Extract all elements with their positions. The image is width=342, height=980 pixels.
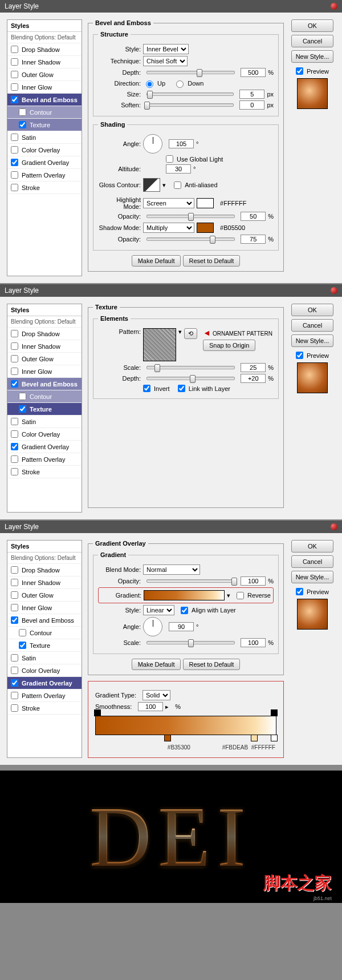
gradient-editor: Gradient Type: Solid Smoothness: ▸ % #B3…	[88, 681, 284, 758]
ok-button[interactable]: OK	[291, 19, 333, 32]
dir-down-radio[interactable]	[176, 80, 184, 88]
cancel-button[interactable]: Cancel	[291, 35, 333, 47]
size-slider[interactable]	[146, 92, 234, 96]
preview-check[interactable]	[296, 67, 303, 75]
blend-mode-select[interactable]: Normal	[143, 564, 200, 575]
style-satin[interactable]: Satin	[7, 131, 82, 144]
gloss-contour[interactable]	[143, 178, 160, 192]
close-icon[interactable]	[331, 523, 337, 530]
arrow-icon: ◄	[203, 328, 211, 337]
dropdown-icon[interactable]: ▾	[162, 182, 166, 189]
tex-scale-slider[interactable]	[146, 366, 235, 369]
gradient-preview[interactable]	[144, 590, 225, 600]
shadow-mode-select[interactable]: Multiply	[143, 223, 194, 233]
tex-depth-slider[interactable]	[146, 377, 235, 380]
link-layer-check[interactable]	[178, 385, 185, 392]
styles-panel: Styles Blending Options: Default Drop Sh…	[7, 19, 82, 276]
invert-check[interactable]	[143, 385, 150, 392]
style-outer-glow[interactable]: Outer Glow	[7, 68, 82, 81]
color-stop[interactable]	[271, 735, 278, 741]
grad-opacity-input[interactable]	[241, 576, 266, 586]
color-stop[interactable]	[251, 735, 258, 741]
grad-scale-input[interactable]	[241, 638, 266, 647]
reset-default-button[interactable]: Reset to Default	[183, 659, 241, 670]
tex-depth-input[interactable]	[241, 374, 266, 383]
style-texture[interactable]: Texture	[7, 119, 82, 131]
global-light-check[interactable]	[166, 155, 173, 163]
hi-opacity-slider[interactable]	[146, 215, 235, 218]
dropdown-icon[interactable]: ▾	[178, 328, 182, 336]
reverse-check[interactable]	[237, 592, 244, 599]
preview-swatch	[297, 362, 328, 393]
altitude-input[interactable]	[166, 164, 191, 174]
highlight-color[interactable]	[197, 198, 214, 208]
ok-button[interactable]: OK	[291, 540, 333, 552]
smoothness-input[interactable]	[138, 702, 163, 711]
style-stroke[interactable]: Stroke	[7, 182, 82, 194]
soften-input[interactable]	[239, 100, 264, 110]
style-inner-shadow[interactable]: Inner Shadow	[7, 56, 82, 68]
layer-style-dialog-bevel: Layer Style Styles Blending Options: Def…	[0, 0, 342, 283]
result-preview: DEI 脚本之家 jb51.net	[0, 771, 342, 903]
cancel-button[interactable]: Cancel	[291, 319, 333, 332]
reset-default-button[interactable]: Reset to Default	[183, 255, 241, 267]
style-color-overlay[interactable]: Color Overlay	[7, 144, 82, 156]
watermark-url: jb51.net	[314, 896, 332, 901]
bevel-technique-select[interactable]: Chisel Soft	[143, 56, 188, 66]
texture-panel: Texture Elements Pattern: ▾ ⟲ ◄ ORNAMENT…	[88, 304, 284, 508]
styles-panel: Styles Blending Options: Default Drop Sh…	[7, 540, 82, 758]
grad-style-select[interactable]: Linear	[143, 605, 174, 615]
bevel-style-select[interactable]: Inner Bevel	[143, 44, 189, 54]
opacity-stop[interactable]	[271, 709, 278, 716]
preview-swatch	[297, 78, 328, 109]
style-gradient-overlay[interactable]: Gradient Overlay	[7, 156, 82, 169]
size-input[interactable]	[239, 90, 264, 99]
depth-slider[interactable]	[146, 71, 235, 74]
cancel-button[interactable]: Cancel	[291, 555, 333, 568]
hi-opacity-input[interactable]	[241, 212, 266, 221]
bevel-panel: Bevel and Emboss Structure Style:Inner B…	[88, 19, 284, 272]
new-pattern-icon[interactable]: ⟲	[184, 328, 197, 339]
align-layer-check[interactable]	[181, 607, 188, 614]
gradient-type-select[interactable]: Solid	[142, 690, 170, 700]
grad-scale-slider[interactable]	[146, 641, 235, 644]
sh-opacity-slider[interactable]	[146, 237, 235, 241]
color-stop[interactable]	[164, 735, 171, 741]
gradient-bar[interactable]	[95, 716, 276, 735]
highlight-mode-select[interactable]: Screen	[143, 198, 194, 208]
shadow-color[interactable]	[197, 223, 214, 233]
style-pattern-overlay[interactable]: Pattern Overlay	[7, 169, 82, 182]
new-style-button[interactable]: New Style...	[291, 50, 333, 63]
style-contour[interactable]: Contour	[7, 106, 82, 119]
soften-slider[interactable]	[146, 103, 234, 107]
grad-angle-input[interactable]	[169, 622, 194, 631]
new-style-button[interactable]: New Style...	[291, 571, 333, 583]
opacity-stop[interactable]	[94, 709, 101, 716]
tex-scale-input[interactable]	[241, 363, 266, 372]
grad-angle-dial[interactable]	[143, 617, 162, 636]
pattern-preview[interactable]	[143, 328, 176, 361]
style-inner-glow[interactable]: Inner Glow	[7, 81, 82, 94]
depth-input[interactable]	[241, 68, 266, 77]
angle-input[interactable]	[169, 139, 194, 148]
sh-opacity-input[interactable]	[241, 235, 266, 244]
new-style-button[interactable]: New Style...	[291, 334, 333, 347]
titlebar: Layer Style	[0, 0, 342, 13]
ok-button[interactable]: OK	[291, 304, 333, 316]
snap-origin-button[interactable]: Snap to Origin	[203, 340, 255, 351]
watermark: 脚本之家	[263, 872, 332, 895]
styles-panel: Styles Blending Options: Default Drop Sh…	[7, 304, 82, 513]
grad-opacity-slider[interactable]	[146, 579, 235, 583]
style-drop-shadow[interactable]: Drop Shadow	[7, 43, 82, 56]
preview-swatch	[297, 599, 328, 630]
style-bevel-emboss[interactable]: Bevel and Emboss	[7, 94, 82, 106]
close-icon[interactable]	[331, 287, 337, 294]
angle-dial[interactable]	[143, 134, 162, 154]
close-icon[interactable]	[331, 3, 337, 10]
dropdown-icon[interactable]: ▾	[227, 592, 230, 599]
dir-up-radio[interactable]	[146, 80, 153, 88]
make-default-button[interactable]: Make Default	[132, 255, 181, 267]
make-default-button[interactable]: Make Default	[132, 659, 181, 670]
dropdown-icon[interactable]: ▸	[165, 703, 169, 711]
antialias-check[interactable]	[174, 182, 181, 189]
